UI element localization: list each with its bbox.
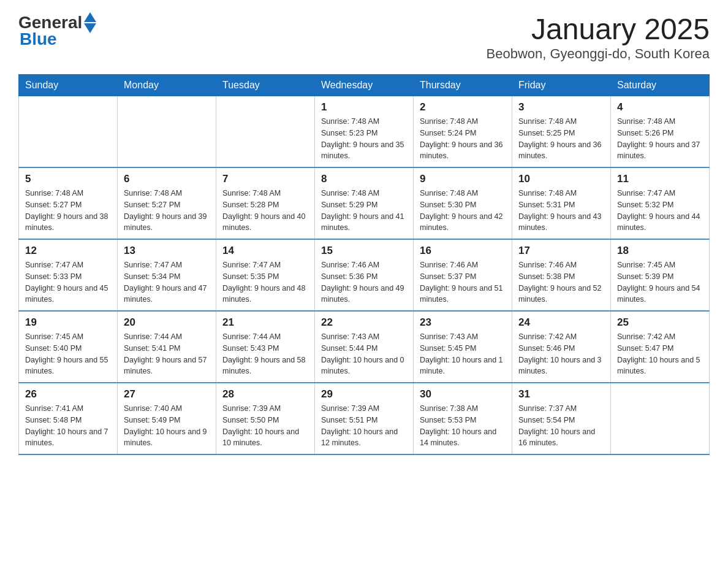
day-info: Sunrise: 7:42 AM Sunset: 5:47 PM Dayligh… bbox=[617, 331, 703, 377]
calendar-cell: 14Sunrise: 7:47 AM Sunset: 5:35 PM Dayli… bbox=[216, 239, 315, 311]
calendar-cell: 25Sunrise: 7:42 AM Sunset: 5:47 PM Dayli… bbox=[611, 311, 710, 383]
day-info: Sunrise: 7:48 AM Sunset: 5:26 PM Dayligh… bbox=[617, 116, 703, 162]
weekday-header: Thursday bbox=[414, 75, 512, 96]
day-number: 29 bbox=[321, 388, 407, 400]
day-number: 22 bbox=[321, 316, 407, 329]
calendar-cell: 31Sunrise: 7:37 AM Sunset: 5:54 PM Dayli… bbox=[512, 383, 611, 454]
day-number: 5 bbox=[25, 173, 111, 185]
day-number: 12 bbox=[25, 245, 111, 257]
calendar-cell: 11Sunrise: 7:47 AM Sunset: 5:32 PM Dayli… bbox=[611, 167, 710, 239]
day-number: 24 bbox=[518, 316, 604, 329]
day-number: 21 bbox=[222, 316, 308, 329]
calendar-cell: 5Sunrise: 7:48 AM Sunset: 5:27 PM Daylig… bbox=[19, 167, 118, 239]
day-info: Sunrise: 7:48 AM Sunset: 5:27 PM Dayligh… bbox=[124, 188, 210, 234]
day-number: 23 bbox=[420, 316, 506, 329]
day-info: Sunrise: 7:48 AM Sunset: 5:24 PM Dayligh… bbox=[420, 116, 506, 162]
calendar-cell: 7Sunrise: 7:48 AM Sunset: 5:28 PM Daylig… bbox=[216, 167, 315, 239]
day-info: Sunrise: 7:43 AM Sunset: 5:45 PM Dayligh… bbox=[420, 331, 506, 377]
day-number: 18 bbox=[617, 245, 703, 257]
calendar-cell: 4Sunrise: 7:48 AM Sunset: 5:26 PM Daylig… bbox=[611, 96, 710, 168]
day-number: 20 bbox=[124, 316, 210, 329]
calendar-cell: 15Sunrise: 7:46 AM Sunset: 5:36 PM Dayli… bbox=[315, 239, 414, 311]
calendar-header: SundayMondayTuesdayWednesdayThursdayFrid… bbox=[19, 75, 710, 96]
day-number: 30 bbox=[420, 388, 506, 400]
weekday-header: Saturday bbox=[611, 75, 710, 96]
day-info: Sunrise: 7:38 AM Sunset: 5:53 PM Dayligh… bbox=[420, 403, 506, 449]
day-number: 3 bbox=[518, 101, 604, 113]
page-header: General Blue January 2025 Beobwon, Gyeon… bbox=[18, 12, 710, 62]
calendar-cell: 12Sunrise: 7:47 AM Sunset: 5:33 PM Dayli… bbox=[19, 239, 118, 311]
day-info: Sunrise: 7:43 AM Sunset: 5:44 PM Dayligh… bbox=[321, 331, 407, 377]
calendar-cell bbox=[19, 96, 118, 168]
day-info: Sunrise: 7:46 AM Sunset: 5:37 PM Dayligh… bbox=[420, 259, 506, 305]
day-number: 2 bbox=[420, 101, 506, 113]
day-number: 27 bbox=[124, 388, 210, 400]
calendar-cell: 16Sunrise: 7:46 AM Sunset: 5:37 PM Dayli… bbox=[414, 239, 512, 311]
calendar-cell: 10Sunrise: 7:48 AM Sunset: 5:31 PM Dayli… bbox=[512, 167, 611, 239]
day-info: Sunrise: 7:48 AM Sunset: 5:31 PM Dayligh… bbox=[518, 188, 604, 234]
calendar-cell bbox=[611, 383, 710, 454]
day-info: Sunrise: 7:48 AM Sunset: 5:28 PM Dayligh… bbox=[222, 188, 308, 234]
day-number: 28 bbox=[222, 388, 308, 400]
calendar-cell: 2Sunrise: 7:48 AM Sunset: 5:24 PM Daylig… bbox=[414, 96, 512, 168]
day-number: 14 bbox=[222, 245, 308, 257]
calendar-cell: 30Sunrise: 7:38 AM Sunset: 5:53 PM Dayli… bbox=[414, 383, 512, 454]
calendar-cell: 9Sunrise: 7:48 AM Sunset: 5:30 PM Daylig… bbox=[414, 167, 512, 239]
calendar-cell: 20Sunrise: 7:44 AM Sunset: 5:41 PM Dayli… bbox=[118, 311, 216, 383]
day-info: Sunrise: 7:47 AM Sunset: 5:34 PM Dayligh… bbox=[124, 259, 210, 305]
calendar-table: SundayMondayTuesdayWednesdayThursdayFrid… bbox=[18, 74, 710, 455]
day-info: Sunrise: 7:42 AM Sunset: 5:46 PM Dayligh… bbox=[518, 331, 604, 377]
day-info: Sunrise: 7:48 AM Sunset: 5:23 PM Dayligh… bbox=[321, 116, 407, 162]
calendar-cell: 28Sunrise: 7:39 AM Sunset: 5:50 PM Dayli… bbox=[216, 383, 315, 454]
day-number: 7 bbox=[222, 173, 308, 185]
calendar-cell: 18Sunrise: 7:45 AM Sunset: 5:39 PM Dayli… bbox=[611, 239, 710, 311]
title-area: January 2025 Beobwon, Gyeonggi-do, South… bbox=[487, 12, 710, 62]
calendar-row: 5Sunrise: 7:48 AM Sunset: 5:27 PM Daylig… bbox=[19, 167, 710, 239]
day-info: Sunrise: 7:47 AM Sunset: 5:33 PM Dayligh… bbox=[25, 259, 111, 305]
calendar-body: 1Sunrise: 7:48 AM Sunset: 5:23 PM Daylig… bbox=[19, 96, 710, 455]
calendar-cell bbox=[118, 96, 216, 168]
day-info: Sunrise: 7:39 AM Sunset: 5:50 PM Dayligh… bbox=[222, 403, 308, 449]
weekday-header: Tuesday bbox=[216, 75, 315, 96]
day-info: Sunrise: 7:44 AM Sunset: 5:41 PM Dayligh… bbox=[124, 331, 210, 377]
day-number: 4 bbox=[617, 101, 703, 113]
day-number: 19 bbox=[25, 316, 111, 329]
day-number: 25 bbox=[617, 316, 703, 329]
weekday-header: Wednesday bbox=[315, 75, 414, 96]
calendar-cell: 19Sunrise: 7:45 AM Sunset: 5:40 PM Dayli… bbox=[19, 311, 118, 383]
calendar-cell: 17Sunrise: 7:46 AM Sunset: 5:38 PM Dayli… bbox=[512, 239, 611, 311]
day-number: 15 bbox=[321, 245, 407, 257]
day-info: Sunrise: 7:48 AM Sunset: 5:29 PM Dayligh… bbox=[321, 188, 407, 234]
day-number: 1 bbox=[321, 101, 407, 113]
day-number: 17 bbox=[518, 245, 604, 257]
calendar-row: 26Sunrise: 7:41 AM Sunset: 5:48 PM Dayli… bbox=[19, 383, 710, 454]
calendar-row: 12Sunrise: 7:47 AM Sunset: 5:33 PM Dayli… bbox=[19, 239, 710, 311]
calendar-cell: 21Sunrise: 7:44 AM Sunset: 5:43 PM Dayli… bbox=[216, 311, 315, 383]
day-number: 8 bbox=[321, 173, 407, 185]
calendar-cell: 26Sunrise: 7:41 AM Sunset: 5:48 PM Dayli… bbox=[19, 383, 118, 454]
day-number: 31 bbox=[518, 388, 604, 400]
logo-blue: Blue bbox=[20, 29, 57, 49]
calendar-cell: 27Sunrise: 7:40 AM Sunset: 5:49 PM Dayli… bbox=[118, 383, 216, 454]
day-info: Sunrise: 7:48 AM Sunset: 5:30 PM Dayligh… bbox=[420, 188, 506, 234]
calendar-cell bbox=[216, 96, 315, 168]
calendar-cell: 3Sunrise: 7:48 AM Sunset: 5:25 PM Daylig… bbox=[512, 96, 611, 168]
day-info: Sunrise: 7:47 AM Sunset: 5:35 PM Dayligh… bbox=[222, 259, 308, 305]
day-number: 11 bbox=[617, 173, 703, 185]
calendar-row: 1Sunrise: 7:48 AM Sunset: 5:23 PM Daylig… bbox=[19, 96, 710, 168]
day-info: Sunrise: 7:48 AM Sunset: 5:27 PM Dayligh… bbox=[25, 188, 111, 234]
calendar-cell: 6Sunrise: 7:48 AM Sunset: 5:27 PM Daylig… bbox=[118, 167, 216, 239]
calendar-cell: 24Sunrise: 7:42 AM Sunset: 5:46 PM Dayli… bbox=[512, 311, 611, 383]
calendar-row: 19Sunrise: 7:45 AM Sunset: 5:40 PM Dayli… bbox=[19, 311, 710, 383]
day-number: 9 bbox=[420, 173, 506, 185]
day-info: Sunrise: 7:40 AM Sunset: 5:49 PM Dayligh… bbox=[124, 403, 210, 449]
calendar-subtitle: Beobwon, Gyeonggi-do, South Korea bbox=[487, 46, 710, 62]
day-number: 13 bbox=[124, 245, 210, 257]
calendar-cell: 29Sunrise: 7:39 AM Sunset: 5:51 PM Dayli… bbox=[315, 383, 414, 454]
day-info: Sunrise: 7:46 AM Sunset: 5:36 PM Dayligh… bbox=[321, 259, 407, 305]
day-number: 16 bbox=[420, 245, 506, 257]
day-info: Sunrise: 7:46 AM Sunset: 5:38 PM Dayligh… bbox=[518, 259, 604, 305]
day-number: 26 bbox=[25, 388, 111, 400]
calendar-cell: 13Sunrise: 7:47 AM Sunset: 5:34 PM Dayli… bbox=[118, 239, 216, 311]
day-info: Sunrise: 7:44 AM Sunset: 5:43 PM Dayligh… bbox=[222, 331, 308, 377]
